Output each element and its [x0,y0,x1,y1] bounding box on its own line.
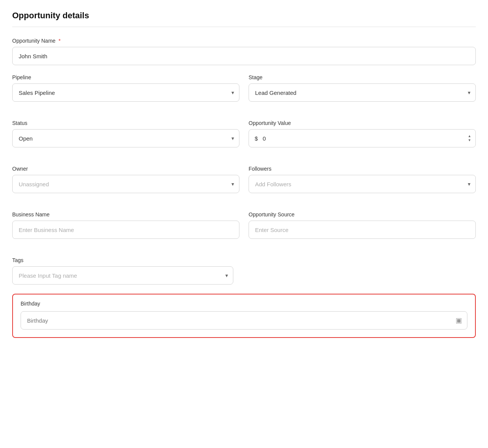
followers-select[interactable]: Add Followers [249,175,476,193]
birthday-input-wrapper: ▣ [21,311,467,330]
birthday-label: Birthday [21,301,467,307]
required-indicator: * [59,38,61,44]
stage-select[interactable]: Lead Generated [249,83,476,102]
status-select[interactable]: Open [12,129,239,147]
business-name-label: Business Name [12,211,239,218]
tags-group: Tags Please Input Tag name ▾ [12,257,476,285]
pipeline-label: Pipeline [12,74,239,80]
business-name-input[interactable] [12,221,239,239]
owner-followers-row: Owner Unassigned ▾ Followers Add Followe… [12,166,476,202]
tags-select[interactable]: Please Input Tag name [12,266,233,285]
page-title: Opportunity details [12,11,476,21]
stage-group: Stage Lead Generated ▾ [249,74,476,102]
followers-select-wrapper: Add Followers ▾ [249,175,476,193]
opportunity-source-label: Opportunity Source [249,211,476,218]
stage-select-wrapper: Lead Generated ▾ [249,83,476,102]
opportunity-source-input[interactable] [249,221,476,239]
owner-group: Owner Unassigned ▾ [12,166,239,193]
opportunity-name-group: Opportunity Name * [12,38,476,65]
tags-label: Tags [12,257,476,263]
pipeline-group: Pipeline Sales Pipeline ▾ [12,74,239,102]
opportunity-name-input[interactable] [12,47,476,65]
opportunity-name-label: Opportunity Name * [12,38,476,44]
pipeline-stage-row: Pipeline Sales Pipeline ▾ Stage Lead Gen… [12,74,476,111]
opportunity-value-label: Opportunity Value [249,120,476,126]
status-select-wrapper: Open ▾ [12,129,239,147]
pipeline-select[interactable]: Sales Pipeline [12,83,239,102]
opportunity-source-group: Opportunity Source [249,211,476,239]
birthday-section: Birthday ▣ [12,294,476,338]
page-container: Opportunity details Opportunity Name * P… [0,0,488,448]
followers-label: Followers [249,166,476,172]
owner-label: Owner [12,166,239,172]
section-divider [12,27,476,27]
owner-select-wrapper: Unassigned ▾ [12,175,239,193]
opportunity-value-input[interactable] [249,129,476,147]
pipeline-select-wrapper: Sales Pipeline ▾ [12,83,239,102]
status-label: Status [12,120,239,126]
business-source-row: Business Name Opportunity Source [12,211,476,248]
owner-select[interactable]: Unassigned [12,175,239,193]
status-value-row: Status Open ▾ Opportunity Value $ ▲ ▼ [12,120,476,157]
opportunity-value-wrapper: $ ▲ ▼ [249,129,476,147]
followers-group: Followers Add Followers ▾ [249,166,476,193]
stage-label: Stage [249,74,476,80]
status-group: Status Open ▾ [12,120,239,147]
tags-select-wrapper: Please Input Tag name ▾ [12,266,233,285]
opportunity-value-group: Opportunity Value $ ▲ ▼ [249,120,476,147]
birthday-input[interactable] [21,311,467,330]
business-name-group: Business Name [12,211,239,239]
